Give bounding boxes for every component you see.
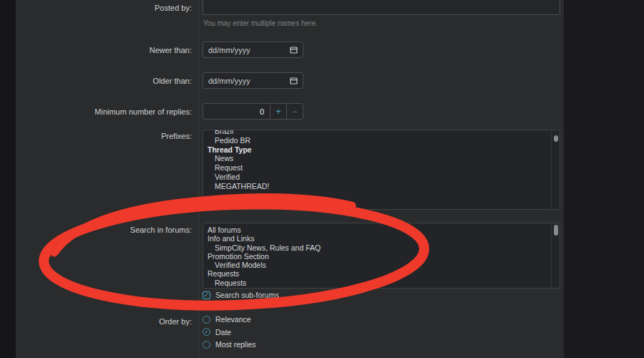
prefix-option[interactable]: Brazil — [203, 130, 550, 136]
decrement-button[interactable]: − — [286, 104, 303, 119]
scrollbar-thumb[interactable] — [554, 225, 558, 236]
radio-selected-icon[interactable]: ✓ — [203, 328, 210, 336]
prefix-option[interactable]: News — [203, 154, 550, 163]
radio-icon[interactable]: ✓ — [203, 341, 210, 349]
forums-listbox[interactable]: All forumsInfo and LinksSimpCity News, R… — [203, 223, 560, 289]
increment-button[interactable]: + — [270, 104, 286, 119]
prefix-option[interactable]: Pedido BR — [203, 136, 550, 145]
forum-option[interactable]: SimpCity News, Rules and FAQ — [203, 243, 550, 252]
prefixes-listbox[interactable]: BrazilPedido BRThread TypeNewsRequestVer… — [203, 130, 560, 210]
search-subforums-label: Search sub-forums — [215, 291, 279, 299]
search-subforums-row: ✓ Search sub-forums — [203, 291, 279, 299]
search-subforums-checkbox[interactable]: ✓ — [203, 291, 210, 299]
order-by-label: Order by: — [29, 317, 192, 326]
forum-option[interactable]: Requests — [203, 269, 550, 278]
min-replies-label: Minimum number of replies: — [29, 107, 192, 117]
older-than-date-input[interactable]: dd/mm/yyyy — [203, 72, 303, 89]
newer-than-placeholder: dd/mm/yyyy — [208, 46, 290, 54]
prefix-option[interactable]: Thread Type — [203, 145, 550, 155]
forum-option[interactable]: Promotion Section — [203, 252, 550, 261]
older-than-label: Older than: — [29, 77, 192, 86]
radio-label: Most replies — [215, 340, 256, 349]
min-replies-stepper: 0 + − — [203, 103, 303, 120]
posted-by-input[interactable] — [203, 0, 560, 15]
newer-than-date-input[interactable]: dd/mm/yyyy — [203, 42, 303, 58]
forum-option[interactable]: Previous Site Requests — [203, 287, 550, 289]
form-column-divider — [198, 0, 199, 358]
check-icon: ✓ — [204, 292, 210, 299]
posted-by-label: Posted by: — [29, 4, 192, 13]
search-in-forums-label: Search in forums: — [29, 226, 192, 235]
prefix-option[interactable]: MEGATHREAD! — [203, 182, 550, 191]
forum-option[interactable]: Info and Links — [203, 234, 550, 243]
prefixes-scrollbar[interactable] — [551, 130, 560, 209]
min-replies-value[interactable]: 0 — [203, 104, 270, 119]
scrollbar-thumb[interactable] — [554, 135, 558, 142]
radio-label: Date — [215, 328, 231, 337]
order-by-radio-most-replies[interactable]: ✓Most replies — [203, 340, 256, 349]
order-by-radio-date[interactable]: ✓Date — [203, 328, 256, 337]
newer-than-label: Newer than: — [29, 46, 192, 55]
prefix-option[interactable]: Verified — [203, 173, 550, 182]
prefix-option[interactable]: Request — [203, 163, 550, 173]
posted-by-help-text: You may enter multiple names here. — [203, 19, 318, 27]
page-margin-left — [0, 0, 16, 358]
radio-icon[interactable]: ✓ — [203, 316, 210, 324]
radio-label: Relevance — [215, 315, 251, 324]
forum-option[interactable]: Verified Models — [203, 261, 550, 269]
forum-option[interactable]: Requests — [203, 279, 550, 287]
calendar-icon[interactable] — [290, 46, 298, 54]
order-by-radio-group: ✓Relevance✓Date✓Most replies — [203, 315, 256, 353]
prefixes-label: Prefixes: — [29, 132, 192, 141]
forums-scrollbar[interactable] — [551, 223, 560, 288]
thread-search-page: Posted by: You may enter multiple names … — [0, 0, 644, 358]
calendar-icon[interactable] — [290, 77, 298, 84]
order-by-radio-relevance[interactable]: ✓Relevance — [203, 315, 256, 324]
older-than-placeholder: dd/mm/yyyy — [208, 77, 290, 85]
forum-option[interactable]: All forums — [203, 226, 550, 234]
